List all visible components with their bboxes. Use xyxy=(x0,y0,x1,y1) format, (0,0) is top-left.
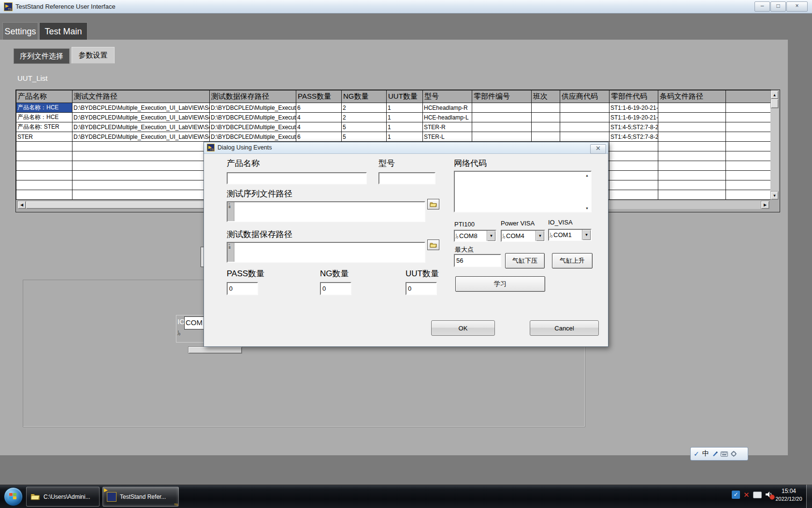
table-cell[interactable] xyxy=(658,171,726,180)
close-button[interactable]: × xyxy=(786,1,808,12)
taskbar-button-explorer[interactable]: C:\Users\Admini... xyxy=(26,487,100,507)
max-point-field[interactable] xyxy=(454,254,501,267)
table-cell[interactable] xyxy=(532,113,560,122)
scroll-up-icon[interactable]: ▲ xyxy=(770,90,779,99)
table-cell[interactable] xyxy=(726,122,771,132)
table-cell[interactable] xyxy=(726,142,771,151)
table-cell[interactable] xyxy=(72,142,210,151)
table-cell[interactable]: 1 xyxy=(387,103,423,113)
tray-check-icon[interactable]: ✓ xyxy=(732,491,740,499)
table-cell[interactable]: D:\BYDBCPLED\Multiple_Execut xyxy=(210,132,296,142)
table-cell[interactable]: 1 xyxy=(387,132,423,142)
table-cell[interactable]: D:\BYDBCPLED\Multiple_Execut xyxy=(210,113,296,122)
table-cell[interactable]: D:\BYDBCPLED\Multiple_Execution_UI_LabVI… xyxy=(72,113,210,122)
table-cell[interactable]: 产品名称: STER xyxy=(16,122,72,132)
product-name-field[interactable] xyxy=(227,172,367,184)
table-cell[interactable]: 产品名称：HCE xyxy=(16,113,72,122)
table-cell[interactable]: 2 xyxy=(342,103,387,113)
scroll-down-icon[interactable]: ▼ xyxy=(770,191,779,200)
table-cell[interactable]: 1 xyxy=(387,113,423,122)
table-cell[interactable]: 5 xyxy=(342,122,387,132)
table-cell[interactable] xyxy=(609,171,658,180)
table-cell[interactable] xyxy=(658,142,726,151)
power-visa-combo[interactable]: I∕0 COM4 ▼ xyxy=(501,230,545,242)
table-cell[interactable] xyxy=(472,132,532,142)
table-cell[interactable] xyxy=(726,113,771,122)
table-cell[interactable]: ST1:4-5;ST2:7-8-24 xyxy=(609,122,658,132)
table-cell[interactable] xyxy=(726,161,771,171)
table-cell[interactable] xyxy=(532,103,560,113)
table-cell[interactable] xyxy=(72,151,210,161)
table-cell[interactable]: HCEheadlamp-R xyxy=(423,103,472,113)
table-cell[interactable] xyxy=(658,151,726,161)
table-row[interactable]: 产品名称: STERD:\BYDBCPLED\Multiple_Executio… xyxy=(16,122,771,132)
table-cell[interactable]: 4 xyxy=(296,122,342,132)
learn-button[interactable]: 学习 xyxy=(455,276,545,292)
network-code-field[interactable]: ▲ ▼ xyxy=(454,171,592,212)
ng-count-field[interactable] xyxy=(320,282,351,295)
table-cell[interactable]: ST1:4-5;ST2:7-8-24 xyxy=(609,132,658,142)
ime-check-icon[interactable]: ✓ xyxy=(694,450,699,458)
pass-count-field[interactable] xyxy=(227,282,258,295)
show-desktop-button[interactable] xyxy=(806,485,812,508)
table-cell[interactable] xyxy=(472,113,532,122)
net-scroll-down-icon[interactable]: ▼ xyxy=(584,205,590,211)
table-cell[interactable] xyxy=(658,113,726,122)
io-visa-combo[interactable]: I∕0 COM1 ▼ xyxy=(548,229,592,241)
dropdown-arrow-icon[interactable]: ▼ xyxy=(582,230,591,240)
table-cell[interactable]: D:\BYDBCPLED\Multiple_Execution_UI_LabVI… xyxy=(72,122,210,132)
table-cell[interactable] xyxy=(16,190,72,200)
ime-keyboard-icon[interactable] xyxy=(721,451,728,457)
table-cell[interactable] xyxy=(658,132,726,142)
table-row[interactable]: 产品名称：HCED:\BYDBCPLED\Multiple_Execution_… xyxy=(16,113,771,122)
table-cell[interactable] xyxy=(16,142,72,151)
ime-gear-icon[interactable] xyxy=(731,451,737,457)
table-cell[interactable] xyxy=(609,190,658,200)
table-cell[interactable] xyxy=(560,122,609,132)
cancel-button[interactable]: Cancel xyxy=(530,320,599,336)
model-field[interactable] xyxy=(378,172,435,184)
table-cell[interactable]: ST1:1-6-19-20-21- xyxy=(609,103,658,113)
table-cell[interactable] xyxy=(658,161,726,171)
table-cell[interactable] xyxy=(560,113,609,122)
table-cell[interactable] xyxy=(16,180,72,190)
table-vertical-scrollbar[interactable]: ▲ ▼ xyxy=(770,90,779,200)
start-button[interactable] xyxy=(4,487,23,506)
uut-count-field[interactable] xyxy=(406,282,437,295)
ok-button[interactable]: OK xyxy=(431,320,495,336)
table-cell[interactable] xyxy=(726,190,771,200)
table-row[interactable]: 产品名称：HCED:\BYDBCPLED\Multiple_Execution_… xyxy=(16,103,771,113)
ime-pen-icon[interactable] xyxy=(712,451,718,457)
table-cell[interactable] xyxy=(726,132,771,142)
minimize-button[interactable]: – xyxy=(754,1,770,12)
table-cell[interactable] xyxy=(726,171,771,180)
dialog-close-icon[interactable]: ✕ xyxy=(590,144,606,154)
table-cell[interactable] xyxy=(609,161,658,171)
tab-test-main[interactable]: Test Main xyxy=(39,22,87,40)
table-cell[interactable]: 产品名称：HCE xyxy=(16,103,72,113)
net-scroll-up-icon[interactable]: ▲ xyxy=(584,172,590,178)
table-cell[interactable]: 1 xyxy=(387,122,423,132)
scroll-left-icon[interactable]: ◀ xyxy=(17,201,26,209)
table-cell[interactable] xyxy=(472,103,532,113)
tray-error-icon[interactable]: ✕ xyxy=(743,491,750,499)
table-cell[interactable] xyxy=(472,122,532,132)
table-cell[interactable]: STER-L xyxy=(423,132,472,142)
cylinder-down-button[interactable]: 气缸下压 xyxy=(505,253,545,269)
table-cell[interactable] xyxy=(72,190,210,200)
table-cell[interactable]: STER-R xyxy=(423,122,472,132)
table-cell[interactable] xyxy=(609,151,658,161)
table-cell[interactable]: 5 xyxy=(342,132,387,142)
vertical-scroll-thumb[interactable] xyxy=(770,99,779,108)
data-path-browse-button[interactable] xyxy=(427,239,439,250)
cylinder-up-button[interactable]: 气缸上升 xyxy=(552,253,593,269)
table-cell[interactable] xyxy=(16,161,72,171)
tab-sequence-file-select[interactable]: 序列文件选择 xyxy=(14,48,70,64)
table-cell[interactable] xyxy=(658,190,726,200)
seq-path-browse-button[interactable] xyxy=(427,199,439,209)
table-cell[interactable] xyxy=(72,180,210,190)
seq-path-field[interactable]: º8 xyxy=(227,201,425,222)
table-cell[interactable] xyxy=(72,161,210,171)
table-cell[interactable] xyxy=(532,122,560,132)
table-cell[interactable] xyxy=(726,180,771,190)
